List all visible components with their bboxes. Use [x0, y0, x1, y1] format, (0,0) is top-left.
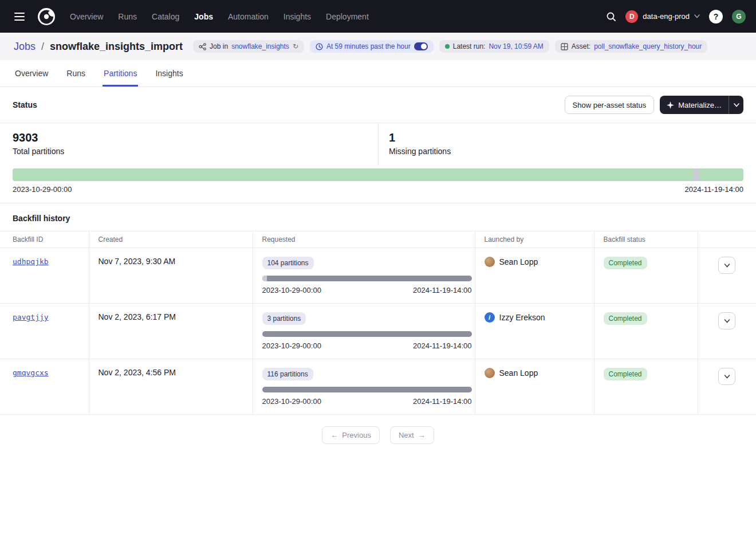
- launched-by-name: Sean Lopp: [499, 257, 538, 266]
- partition-stats: 9303 Total partitions 1 Missing partitio…: [0, 123, 756, 165]
- deployment-switcher[interactable]: D data-eng-prod: [625, 10, 700, 23]
- breadcrumb-jobs-link[interactable]: Jobs: [14, 41, 36, 53]
- deployment-name: data-eng-prod: [643, 12, 690, 21]
- requested-range-labels: 2023-10-29-00:00 2024-11-19-14:00: [262, 341, 472, 350]
- table-row: pavgtjjy Nov 2, 2023, 6:17 PM 3 partitio…: [0, 304, 756, 359]
- launched-by-name: Sean Lopp: [499, 368, 538, 378]
- row-expand-button[interactable]: [718, 368, 735, 385]
- backfill-id-link[interactable]: udhpqjkb: [13, 257, 49, 266]
- launched-by-cell: i Izzy Erekson: [485, 312, 585, 323]
- created-timestamp: Nov 2, 2023, 6:17 PM: [99, 312, 176, 321]
- backfill-history-section-header: Backfill history: [0, 203, 756, 231]
- requested-range-bar: [262, 276, 472, 281]
- partition-health-bar[interactable]: [13, 168, 743, 181]
- nav-item-insights[interactable]: Insights: [284, 12, 311, 21]
- search-icon[interactable]: [606, 11, 616, 22]
- previous-page-button[interactable]: ← Previous: [322, 426, 380, 444]
- missing-partition-segment: [693, 168, 699, 181]
- job-location-link[interactable]: snowflake_insights: [231, 42, 289, 50]
- requested-range-bar: [262, 331, 472, 337]
- nav-item-deployment[interactable]: Deployment: [326, 12, 369, 21]
- row-expand-button[interactable]: [718, 312, 735, 329]
- backfill-id-link[interactable]: pavgtjjy: [13, 313, 49, 321]
- nav-item-catalog[interactable]: Catalog: [152, 12, 179, 21]
- range-start: 2023-10-29-00:00: [262, 341, 321, 350]
- nav-item-jobs[interactable]: Jobs: [194, 12, 213, 21]
- created-timestamp: Nov 7, 2023, 9:30 AM: [99, 257, 176, 266]
- tab-runs[interactable]: Runs: [65, 60, 86, 87]
- schedule-toggle[interactable]: [414, 42, 428, 50]
- col-backfill-id: Backfill ID: [0, 231, 89, 248]
- nav-item-runs[interactable]: Runs: [118, 12, 137, 21]
- requested-partitions-badge: 104 partitions: [262, 257, 314, 269]
- primary-nav: Overview Runs Catalog Jobs Automation In…: [70, 12, 369, 21]
- chevron-down-icon: [734, 103, 739, 107]
- launched-by-cell: Sean Lopp: [485, 368, 585, 378]
- job-tabs: Overview Runs Partitions Insights: [0, 60, 756, 87]
- sparkle-icon: [667, 101, 674, 109]
- user-avatar: [485, 257, 495, 267]
- right-arrow-icon: →: [418, 431, 426, 439]
- status-actions: Show per-asset status Materialize…: [565, 96, 743, 114]
- left-arrow-icon: ←: [330, 431, 338, 439]
- status-badge: Completed: [604, 368, 647, 380]
- table-row: udhpqjkb Nov 7, 2023, 9:30 AM 104 partit…: [0, 248, 756, 304]
- launched-by-name: Izzy Erekson: [499, 313, 545, 322]
- status-badge: Completed: [604, 257, 647, 269]
- breadcrumb-bar: Jobs / snowflake_insights_import Job in …: [0, 33, 756, 60]
- next-label: Next: [399, 431, 414, 439]
- range-end: 2024-11-19-14:00: [413, 341, 471, 350]
- requested-partitions-badge: 3 partitions: [262, 312, 306, 325]
- materialize-dropdown-caret[interactable]: [729, 96, 743, 114]
- job-location-tag: Job in snowflake_insights ↻: [193, 40, 304, 53]
- user-avatar[interactable]: G: [732, 10, 746, 23]
- partition-range-labels: 2023-10-29-00:00 2024-11-19-14:00: [13, 185, 743, 194]
- total-partitions-stat: 9303 Total partitions: [0, 123, 378, 165]
- show-per-asset-status-button[interactable]: Show per-asset status: [565, 96, 655, 114]
- col-backfill-status: Backfill status: [594, 231, 698, 248]
- dagster-logo[interactable]: [37, 7, 56, 26]
- col-requested: Requested: [253, 231, 475, 248]
- materialize-split-button: Materialize…: [660, 96, 743, 114]
- user-avatar: i: [485, 312, 495, 323]
- materialize-button[interactable]: Materialize…: [660, 96, 729, 114]
- table-header-row: Backfill ID Created Requested Launched b…: [0, 231, 756, 248]
- requested-range-labels: 2023-10-29-00:00 2024-11-19-14:00: [262, 286, 472, 294]
- page-title: snowflake_insights_import: [50, 41, 183, 53]
- range-end: 2024-11-19-14:00: [413, 286, 471, 294]
- job-tag-prefix: Job in: [210, 42, 228, 50]
- backfill-id-link[interactable]: gmqvgcxs: [13, 368, 49, 377]
- missing-partitions-label: Missing partitions: [389, 147, 743, 156]
- dagster-logo-icon: [37, 7, 56, 26]
- requested-partitions-badge: 116 partitions: [262, 368, 313, 380]
- status-badge: Completed: [604, 312, 647, 325]
- materialize-label: Materialize…: [678, 101, 722, 109]
- tab-insights[interactable]: Insights: [154, 60, 184, 87]
- table-row: gmqvgcxs Nov 2, 2023, 4:56 PM 116 partit…: [0, 359, 756, 415]
- backfill-history-heading: Backfill history: [13, 214, 70, 223]
- nav-item-automation[interactable]: Automation: [228, 12, 269, 21]
- run-success-dot-icon: [445, 44, 450, 49]
- latest-run-link[interactable]: Nov 19, 10:59 AM: [489, 42, 543, 50]
- chevron-down-icon: [724, 319, 730, 323]
- requested-range-labels: 2023-10-29-00:00 2024-11-19-14:00: [262, 397, 472, 406]
- asset-tag-prefix: Asset:: [572, 42, 590, 50]
- tab-overview[interactable]: Overview: [14, 60, 49, 87]
- row-expand-button[interactable]: [718, 257, 735, 274]
- backfill-history-table: Backfill ID Created Requested Launched b…: [0, 231, 756, 415]
- asset-link[interactable]: poll_snowflake_query_history_hour: [594, 42, 702, 50]
- user-avatar: [485, 368, 495, 378]
- hamburger-menu-icon[interactable]: [10, 7, 29, 26]
- status-heading: Status: [13, 100, 37, 109]
- next-page-button[interactable]: Next →: [390, 426, 434, 444]
- nav-item-overview[interactable]: Overview: [70, 12, 103, 21]
- breadcrumb-separator: /: [41, 41, 44, 53]
- help-icon[interactable]: ?: [709, 10, 723, 23]
- latest-run-tag: Latest run: Nov 19, 10:59 AM: [439, 40, 549, 53]
- total-partitions-label: Total partitions: [13, 147, 365, 156]
- tab-partitions[interactable]: Partitions: [103, 60, 138, 87]
- range-start: 2023-10-29-00:00: [262, 397, 321, 406]
- missing-partitions-stat: 1 Missing partitions: [378, 123, 756, 165]
- chevron-down-icon: [724, 264, 730, 268]
- reload-icon[interactable]: ↻: [293, 42, 298, 50]
